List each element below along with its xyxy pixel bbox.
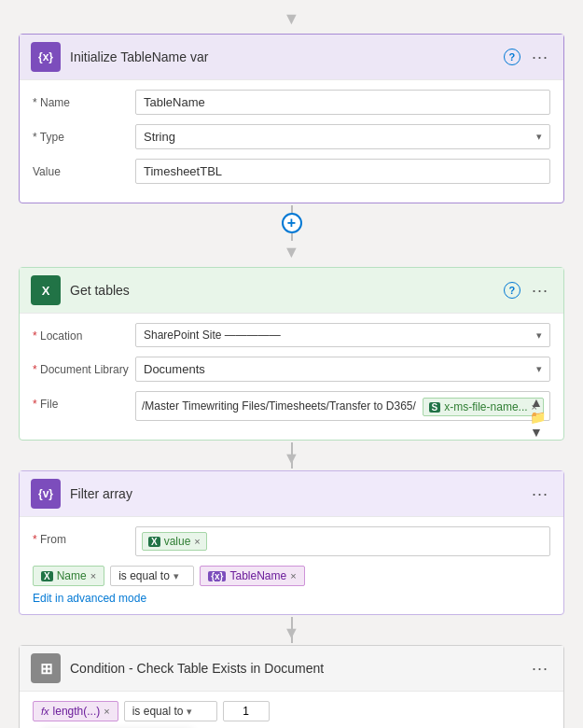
- condition-left-icon: X: [41, 571, 53, 581]
- condition-expr-row: fx length(...) × is equal to ▾: [33, 701, 550, 721]
- initialize-value-label: Value: [33, 159, 135, 178]
- fx-tag: fx length(...) ×: [33, 701, 118, 721]
- get-tables-help-icon[interactable]: ?: [504, 282, 521, 299]
- fx-label: fx: [41, 706, 49, 717]
- get-tables-menu-button[interactable]: ···: [528, 279, 552, 302]
- filter-array-menu-button[interactable]: ···: [528, 483, 552, 506]
- initialize-menu-button[interactable]: ···: [528, 46, 552, 69]
- doclib-label: * Document Library: [33, 357, 135, 376]
- initialize-card-header: {x} Initialize TableName var ? ···: [20, 35, 563, 80]
- connector-3: ▼: [19, 617, 564, 643]
- location-label: * Location: [33, 323, 135, 343]
- location-row: * Location SharePoint Site ————— ▾: [33, 323, 550, 347]
- initialize-card: {x} Initialize TableName var ? ··· * Nam…: [19, 34, 564, 203]
- get-tables-title: Get tables: [70, 283, 504, 298]
- from-tag: X value ×: [142, 532, 207, 551]
- connector-arrow-1: ▼: [19, 243, 564, 262]
- equal-chevron: ▾: [187, 706, 192, 718]
- condition-actions: ···: [528, 657, 552, 680]
- file-row: * File /Master Timewriting Files/Timeshe…: [33, 391, 550, 421]
- file-tag-label: x-ms-file-name...: [444, 400, 527, 413]
- location-value: SharePoint Site ————— ▾: [135, 323, 550, 347]
- filter-conditions: X Name × is equal to ▾ {x} TableName ×: [33, 566, 550, 586]
- get-tables-body: * Location SharePoint Site ————— ▾ * Doc…: [20, 314, 563, 440]
- condition-right-icon: {x}: [208, 571, 226, 581]
- filter-array-body: * From X value × X Name ×: [20, 517, 563, 614]
- fx-tag-close[interactable]: ×: [104, 706, 109, 717]
- initialize-type-value: String ▾: [135, 124, 550, 149]
- initialize-value-input[interactable]: [135, 159, 550, 184]
- filter-array-icon: {v}: [31, 479, 61, 509]
- doclib-value: Documents ▾: [135, 357, 550, 382]
- condition-icon: ⊞: [31, 653, 61, 683]
- from-tag-row: X value ×: [135, 526, 550, 556]
- initialize-name-input[interactable]: [135, 90, 550, 115]
- file-scroll-up-icon[interactable]: ▲: [530, 396, 546, 409]
- file-value: /Master Timewriting Files/Timesheets/Tra…: [135, 391, 550, 421]
- condition-left-tag: X Name ×: [33, 566, 104, 586]
- doclib-select[interactable]: Documents ▾: [135, 357, 550, 382]
- filter-array-header: {v} Filter array ···: [20, 471, 563, 517]
- condition-middle-select[interactable]: is equal to ▾: [110, 566, 194, 586]
- from-row: * From X value ×: [33, 526, 550, 556]
- get-tables-header: X Get tables ? ···: [20, 268, 563, 314]
- from-label: * From: [33, 526, 135, 546]
- initialize-icon: {x}: [31, 42, 61, 72]
- down-arrow-icon-2: ▼: [284, 449, 300, 469]
- fx-value: length(...): [53, 705, 101, 718]
- doclib-row: * Document Library Documents ▾: [33, 357, 550, 382]
- file-path-container: /Master Timewriting Files/Timesheets/Tra…: [135, 391, 550, 421]
- condition-middle-label: is equal to: [118, 569, 170, 582]
- equal-select[interactable]: is equal to ▾: [124, 701, 217, 721]
- from-tag-icon: X: [148, 537, 160, 547]
- from-tag-close[interactable]: ×: [194, 536, 200, 547]
- canvas: ▼ {x} Initialize TableName var ? ··· * N…: [0, 0, 583, 728]
- filter-array-card: {v} Filter array ··· * From X value ×: [19, 470, 564, 615]
- condition-icon-symbol: ⊞: [40, 660, 52, 678]
- from-value: X value ×: [135, 526, 550, 556]
- initialize-name-value: [135, 90, 550, 115]
- get-tables-actions: ? ···: [504, 279, 552, 302]
- file-scroll-down-icon[interactable]: ▼: [530, 426, 546, 439]
- condition-body: fx length(...) × is equal to ▾ length(bo…: [20, 692, 563, 728]
- condition-left-label: Name: [57, 569, 87, 582]
- initialize-type-row: * Type String ▾: [33, 124, 550, 149]
- connector-2: ▼: [19, 442, 564, 469]
- initialize-help-icon[interactable]: ?: [504, 49, 521, 65]
- initialize-value-row: Value: [33, 159, 550, 184]
- top-arrow: ▼: [19, 9, 564, 29]
- condition-right-tag: {x} TableName ×: [200, 566, 305, 586]
- file-label: * File: [33, 391, 135, 411]
- file-path-text: /Master Timewriting Files/Timesheets/Tra…: [142, 399, 419, 413]
- condition-right-close[interactable]: ×: [290, 570, 296, 581]
- condition-title: Condition - Check Table Exists in Docume…: [70, 661, 528, 676]
- equal-label: is equal to: [132, 705, 184, 718]
- condition-header: ⊞ Condition - Check Table Exists in Docu…: [20, 646, 563, 692]
- initialize-actions: ? ···: [504, 46, 552, 69]
- file-tag-icon: S: [429, 402, 441, 413]
- location-select[interactable]: SharePoint Site ————— ▾: [135, 323, 550, 347]
- initialize-title: Initialize TableName var: [70, 49, 504, 64]
- chevron-down-icon-doclib: ▾: [536, 363, 542, 375]
- from-tag-label: value: [164, 535, 191, 548]
- get-tables-icon: X: [31, 275, 61, 305]
- filter-array-actions: ···: [528, 483, 552, 506]
- condition-card: ⊞ Condition - Check Table Exists in Docu…: [19, 645, 564, 728]
- chevron-down-icon: ▾: [536, 131, 542, 143]
- edit-advanced-link[interactable]: Edit in advanced mode: [33, 592, 146, 605]
- add-step-button-1[interactable]: +: [282, 213, 302, 233]
- down-arrow-icon-3: ▼: [284, 623, 300, 643]
- initialize-type-select[interactable]: String ▾: [135, 124, 550, 149]
- condition-menu-button[interactable]: ···: [528, 657, 552, 680]
- connector-1: +: [19, 205, 564, 241]
- initialize-name-row: * Name: [33, 90, 550, 115]
- down-arrow-icon-1: ▼: [284, 243, 300, 262]
- down-arrow-icon: ▼: [284, 9, 300, 29]
- file-tag: S x-ms-file-name... ×: [423, 398, 544, 416]
- condition-right-label: TableName: [229, 569, 286, 582]
- condition-left-close[interactable]: ×: [90, 570, 96, 581]
- initialize-card-body: * Name * Type String ▾ Value: [20, 80, 563, 203]
- value-input[interactable]: [223, 701, 270, 721]
- file-folder-icon[interactable]: 📁: [530, 411, 546, 424]
- initialize-type-label: * Type: [33, 124, 135, 144]
